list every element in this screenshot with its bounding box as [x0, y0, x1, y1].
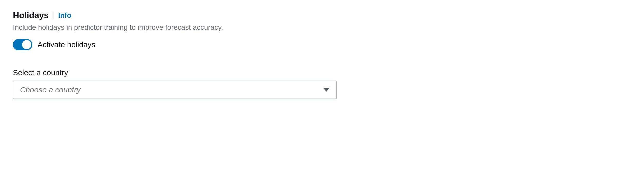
toggle-knob	[22, 40, 31, 49]
section-title: Holidays	[13, 10, 49, 20]
country-select-wrap: Choose a country	[13, 81, 337, 99]
section-header: Holidays Info	[13, 10, 631, 20]
activate-holidays-label: Activate holidays	[38, 40, 95, 49]
section-description: Include holidays in predictor training t…	[13, 22, 631, 32]
country-select-placeholder: Choose a country	[20, 85, 80, 94]
activate-holidays-toggle[interactable]	[13, 39, 32, 50]
title-divider	[53, 12, 53, 19]
caret-down-icon	[323, 88, 329, 92]
country-select[interactable]: Choose a country	[13, 81, 337, 99]
country-field: Select a country Choose a country	[13, 68, 631, 99]
info-link[interactable]: Info	[58, 11, 71, 20]
country-field-label: Select a country	[13, 68, 631, 77]
activate-holidays-row: Activate holidays	[13, 39, 631, 50]
